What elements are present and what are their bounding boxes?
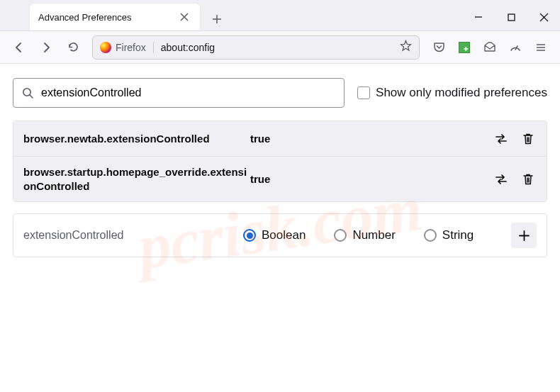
svg-rect-0 bbox=[508, 14, 515, 21]
radio-string[interactable]: String bbox=[424, 228, 474, 242]
type-radio-group: Boolean Number String bbox=[243, 228, 511, 242]
new-preference-name: extensionControlled bbox=[23, 229, 243, 242]
search-box[interactable] bbox=[13, 78, 345, 108]
show-modified-checkbox[interactable]: Show only modified preferences bbox=[357, 86, 547, 100]
preference-name: browser.startup.homepage_override.extens… bbox=[23, 165, 250, 193]
radio-icon bbox=[243, 229, 256, 242]
reload-button[interactable] bbox=[61, 35, 85, 60]
bookmark-star-icon[interactable] bbox=[400, 40, 412, 55]
extension-button[interactable] bbox=[452, 35, 476, 60]
browser-toolbar: Firefox about:config bbox=[0, 31, 560, 64]
tab-close-button[interactable] bbox=[177, 10, 191, 24]
app-menu-button[interactable] bbox=[529, 35, 553, 60]
toggle-button[interactable] bbox=[493, 171, 510, 188]
page-content: Show only modified preferences browser.n… bbox=[0, 64, 560, 271]
minimize-button[interactable] bbox=[462, 4, 495, 30]
radio-label: String bbox=[442, 228, 474, 242]
radio-label: Number bbox=[352, 228, 395, 242]
preference-value: true bbox=[250, 133, 493, 145]
preference-value: true bbox=[250, 173, 493, 185]
address-bar[interactable]: Firefox about:config bbox=[92, 35, 420, 60]
window-controls bbox=[462, 4, 560, 30]
back-button[interactable] bbox=[7, 35, 31, 60]
search-input[interactable] bbox=[41, 86, 335, 99]
checkbox-icon bbox=[357, 86, 370, 99]
radio-label: Boolean bbox=[262, 228, 306, 242]
add-preference-button[interactable] bbox=[511, 223, 537, 248]
preference-row: browser.startup.homepage_override.extens… bbox=[13, 157, 547, 201]
pocket-button[interactable] bbox=[427, 35, 451, 60]
tab-title: Advanced Preferences bbox=[38, 12, 177, 23]
speedometer-button[interactable] bbox=[503, 35, 527, 60]
preference-name: browser.newtab.extensionControlled bbox=[23, 132, 250, 146]
forward-button[interactable] bbox=[34, 35, 58, 60]
identity-label: Firefox bbox=[116, 42, 146, 53]
preference-table: browser.newtab.extensionControlled true … bbox=[13, 121, 547, 202]
extension-icon bbox=[459, 42, 470, 53]
identity-box[interactable]: Firefox bbox=[100, 42, 154, 53]
radio-number[interactable]: Number bbox=[334, 228, 395, 242]
delete-button[interactable] bbox=[520, 130, 537, 147]
radio-boolean[interactable]: Boolean bbox=[243, 228, 306, 242]
firefox-logo-icon bbox=[100, 42, 111, 53]
maximize-button[interactable] bbox=[495, 4, 527, 30]
close-window-button[interactable] bbox=[527, 4, 560, 30]
preference-row: browser.newtab.extensionControlled true bbox=[13, 121, 547, 157]
radio-icon bbox=[334, 229, 347, 242]
checkbox-label: Show only modified preferences bbox=[376, 86, 547, 100]
inbox-button[interactable] bbox=[478, 35, 502, 60]
search-icon bbox=[22, 87, 34, 99]
new-preference-row: extensionControlled Boolean Number Strin… bbox=[13, 213, 547, 257]
delete-button[interactable] bbox=[520, 171, 537, 188]
window-titlebar: Advanced Preferences bbox=[0, 0, 560, 31]
browser-tab[interactable]: Advanced Preferences bbox=[30, 4, 200, 30]
toggle-button[interactable] bbox=[493, 130, 510, 147]
radio-icon bbox=[424, 229, 437, 242]
url-text: about:config bbox=[161, 42, 400, 53]
new-tab-button[interactable] bbox=[206, 8, 228, 30]
